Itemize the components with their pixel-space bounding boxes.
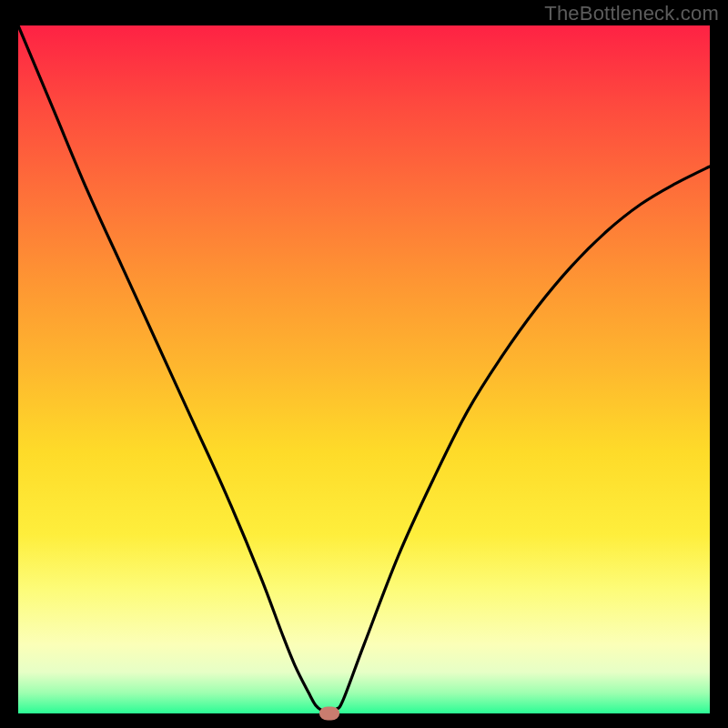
- minimum-marker: [319, 707, 339, 721]
- chart-frame: TheBottleneck.com: [0, 0, 728, 728]
- bottleneck-curve-path: [18, 25, 710, 713]
- curve-svg: [18, 25, 710, 713]
- watermark-text: TheBottleneck.com: [544, 2, 719, 25]
- plot-area: [18, 25, 710, 713]
